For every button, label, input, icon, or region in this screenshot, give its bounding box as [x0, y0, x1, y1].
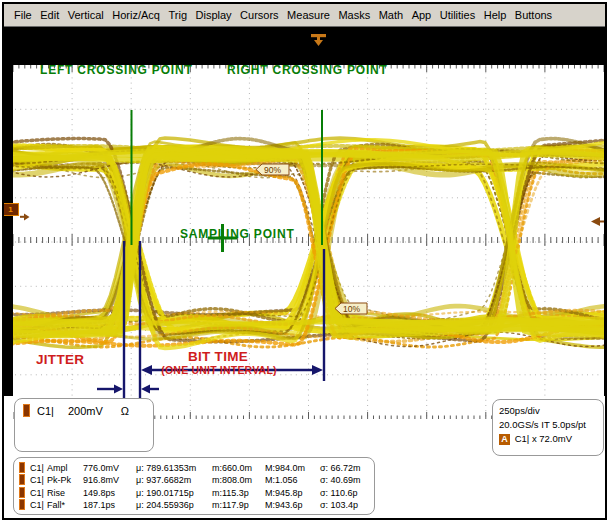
measurement-min: m:660.0m	[212, 462, 265, 474]
trigger-level-value: x 72.0mV	[532, 433, 572, 444]
menu-item-masks[interactable]: Masks	[338, 9, 370, 21]
measurement-name: Rise	[47, 487, 83, 499]
svg-text:10%: 10%	[343, 304, 360, 314]
oscilloscope-window: FileEditVerticalHoriz/AcqTrigDisplayCurs…	[0, 0, 610, 523]
timebase-trigger-readout-panel[interactable]: 250ps/div 20.0GS/s IT 5.0ps/pt A C1| x 7…	[492, 399, 604, 456]
channel-1-color-icon	[19, 462, 25, 473]
vertical-scale-value: 200mV	[68, 405, 103, 417]
bit-time-label: BIT TIME	[153, 349, 283, 364]
menu-item-vertical[interactable]: Vertical	[68, 9, 104, 21]
menu-item-utilities[interactable]: Utilities	[440, 9, 475, 21]
left-crossing-label: LEFT CROSSING POINT	[40, 63, 193, 77]
jitter-label: JITTER	[36, 352, 84, 367]
measurement-mean: μ: 937.6682m	[136, 474, 212, 486]
trigger-level-arrow[interactable]	[591, 217, 604, 226]
measurement-value: 916.8mV	[83, 474, 136, 486]
channel-1-color-icon	[19, 499, 25, 510]
jitter-arrow-right	[141, 385, 159, 394]
measurement-channel: C1|	[30, 462, 47, 474]
menu-item-cursors[interactable]: Cursors	[240, 9, 279, 21]
jitter-marker-lines	[124, 241, 140, 417]
measurement-max: M:1.056	[265, 474, 320, 486]
ref-level-90-flag: 90%	[256, 164, 289, 175]
channel-1-color-icon	[19, 474, 25, 485]
menu-item-help[interactable]: Help	[484, 9, 507, 21]
sample-rate-value: 20.0GS/s IT 5.0ps/pt	[499, 418, 597, 432]
trigger-type-badge: A	[499, 434, 510, 445]
menu-item-horiz-acq[interactable]: Horiz/Acq	[112, 9, 160, 21]
menu-item-edit[interactable]: Edit	[40, 9, 59, 21]
measurement-value: 187.1ps	[83, 499, 136, 511]
measurement-max: M:943.6p	[265, 499, 320, 511]
menu-item-file[interactable]: File	[14, 9, 32, 21]
measurement-mean: μ: 789.61353m	[136, 462, 212, 474]
menu-bar: FileEditVerticalHoriz/AcqTrigDisplayCurs…	[4, 4, 605, 27]
menu-item-trig[interactable]: Trig	[168, 9, 187, 21]
channel-vertical-readout-panel[interactable]: C1| 200mV Ω	[14, 398, 154, 452]
ref-level-10-flag: 10%	[335, 303, 367, 314]
measurement-mean: μ: 190.01715p	[136, 487, 212, 499]
channel-1-color-icon	[23, 404, 30, 417]
measurement-name: Pk-Pk	[47, 474, 83, 486]
jitter-arrow-left	[97, 385, 123, 394]
measurement-min: m:115.3p	[212, 487, 265, 499]
channel-1-reference-marker[interactable]: 1	[2, 203, 19, 216]
measurement-min: m:117.9p	[212, 499, 265, 511]
measurement-name: Ampl	[47, 462, 83, 474]
channel-reference-arrow-icon	[20, 207, 30, 225]
channel-1-color-icon	[19, 487, 25, 498]
bit-time-sublabel: (ONE UNIT INTERVAL)	[133, 364, 305, 376]
measurement-sigma: σ: 110.6p	[320, 487, 366, 499]
annotation-overlay: 90% 10%	[13, 65, 604, 419]
measurement-marker	[19, 499, 30, 511]
svg-text:90%: 90%	[264, 165, 281, 175]
menu-item-buttons[interactable]: Buttons	[515, 9, 552, 21]
measurement-row-pkpk: C1|Pk-Pk916.8mVμ: 937.6682mm:808.0mM:1.0…	[19, 474, 369, 486]
measurement-value: 776.0mV	[83, 462, 136, 474]
scope-display: 90% 10%	[4, 27, 605, 396]
measurement-sigma: σ: 103.4p	[320, 499, 366, 511]
menu-item-measure[interactable]: Measure	[287, 9, 330, 21]
measurement-readout-panel: C1|Ampl776.0mVμ: 789.61353mm:660.0mM:984…	[13, 457, 375, 515]
measurement-channel: C1|	[30, 487, 47, 499]
measurement-name: Fall*	[47, 499, 83, 511]
measurement-channel: C1|	[30, 474, 47, 486]
measurement-value: 149.8ps	[83, 487, 136, 499]
measurement-max: M:945.8p	[265, 487, 320, 499]
menu-item-math[interactable]: Math	[379, 9, 403, 21]
measurement-marker	[19, 462, 30, 474]
measurement-row-ampl: C1|Ampl776.0mVμ: 789.61353mm:660.0mM:984…	[19, 462, 369, 474]
channel-label: C1|	[37, 405, 54, 417]
trigger-position-marker[interactable]	[310, 33, 327, 46]
measurement-row-rise: C1|Rise149.8psμ: 190.01715pm:115.3pM:945…	[19, 487, 369, 499]
sampling-point-label: SAMPLING POINT	[180, 227, 295, 241]
measurement-max: M:984.0m	[265, 462, 320, 474]
right-crossing-label: RIGHT CROSSING POINT	[227, 63, 388, 77]
trigger-source-label: C1|	[515, 433, 530, 444]
measurement-channel: C1|	[30, 499, 47, 511]
measurement-marker	[19, 474, 30, 486]
timebase-value: 250ps/div	[499, 404, 597, 418]
measurement-sigma: σ: 40.69m	[320, 474, 366, 486]
graticule: 90% 10%	[13, 65, 604, 419]
measurement-row-fall: C1|Fall*187.1psμ: 204.55936pm:117.9pM:94…	[19, 499, 369, 511]
measurement-mean: μ: 204.55936p	[136, 499, 212, 511]
measurement-min: m:808.0m	[212, 474, 265, 486]
measurement-marker	[19, 487, 30, 499]
coupling-impedance-value: Ω	[121, 405, 129, 417]
measurement-sigma: σ: 66.72m	[320, 462, 366, 474]
menu-item-app[interactable]: App	[412, 9, 432, 21]
menu-item-display[interactable]: Display	[196, 9, 232, 21]
